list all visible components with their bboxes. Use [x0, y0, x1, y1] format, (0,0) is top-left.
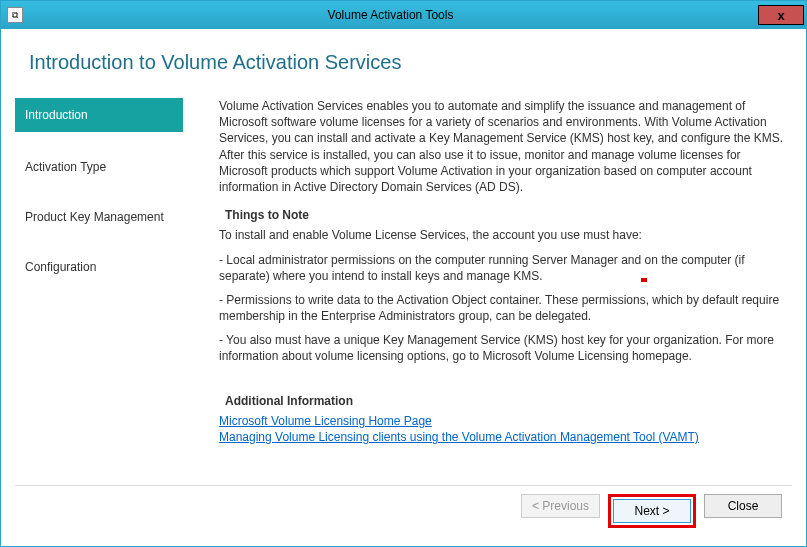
link-ms-volume-licensing[interactable]: Microsoft Volume Licensing Home Page [219, 414, 432, 428]
window: ⧉ Volume Activation Tools x Introduction… [0, 0, 807, 547]
next-button[interactable]: Next > [613, 499, 691, 523]
additional-info-heading: Additional Information [225, 393, 792, 409]
link-vamt[interactable]: Managing Volume Licensing clients using … [219, 430, 699, 444]
titlebar: ⧉ Volume Activation Tools x [1, 1, 806, 29]
nav-item-introduction[interactable]: Introduction [15, 98, 183, 132]
things-bullet-3: - You also must have a unique Key Manage… [219, 332, 792, 364]
wizard-footer: < Previous Next > Close [15, 485, 792, 538]
page-title: Introduction to Volume Activation Servic… [29, 51, 792, 74]
window-close-button[interactable]: x [758, 5, 804, 25]
body-area: Introduction to Volume Activation Servic… [1, 29, 806, 546]
things-bullet-2: - Permissions to write data to the Activ… [219, 292, 792, 324]
nav-item-configuration[interactable]: Configuration [15, 252, 183, 282]
app-icon: ⧉ [7, 7, 23, 23]
previous-button: < Previous [521, 494, 600, 518]
things-bullet-1: - Local administrator permissions on the… [219, 252, 792, 284]
nav-item-product-key-management[interactable]: Product Key Management [15, 202, 183, 232]
next-button-highlight: Next > [608, 494, 696, 528]
things-intro: To install and enable Volume License Ser… [219, 227, 792, 243]
intro-paragraph: Volume Activation Services enables you t… [219, 98, 792, 195]
content-row: Introduction Activation Type Product Key… [15, 98, 792, 485]
window-title: Volume Activation Tools [23, 8, 758, 22]
main-content: Volume Activation Services enables you t… [183, 98, 792, 485]
close-button[interactable]: Close [704, 494, 782, 518]
wizard-nav: Introduction Activation Type Product Key… [15, 98, 183, 485]
things-to-note-heading: Things to Note [225, 207, 792, 223]
nav-item-activation-type[interactable]: Activation Type [15, 152, 183, 182]
